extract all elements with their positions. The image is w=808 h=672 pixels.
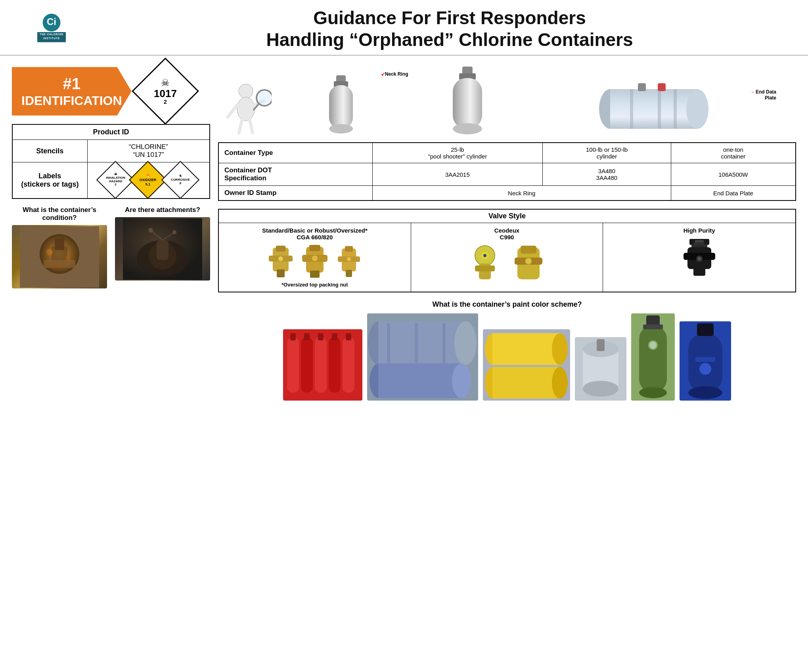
valve-col-ceodeux: Ceodeux C990 <box>411 223 603 292</box>
id-badge: #1 IDENTIFICATION <box>12 67 132 115</box>
svg-point-11 <box>65 256 70 260</box>
svg-text:THE CHLORINE: THE CHLORINE <box>40 33 64 36</box>
svg-rect-41 <box>630 89 633 129</box>
valve-section: Valve Style Standard/Basic or Robust/Ove… <box>218 209 796 292</box>
attachments-question: Are there attachments? <box>115 206 210 214</box>
svg-point-20 <box>172 230 176 234</box>
svg-rect-59 <box>346 270 352 277</box>
paint-photos-row <box>218 313 796 402</box>
valve-standard-sub: *Oversized top packing nut <box>223 282 407 288</box>
paint-section: What is the container’s paint color sche… <box>218 300 796 402</box>
owner-id-end-plate: End Data Plate <box>671 186 796 201</box>
svg-point-118 <box>649 342 657 349</box>
svg-rect-105 <box>492 367 560 399</box>
valve-standard-images <box>223 244 407 279</box>
container-type-100lb: 100-lb or 150-lb cylinder <box>543 143 671 163</box>
svg-point-50 <box>278 256 283 261</box>
svg-rect-122 <box>697 323 714 336</box>
paint-title: What is the container’s paint color sche… <box>218 300 796 309</box>
svg-rect-98 <box>378 363 461 398</box>
owner-id-neck-ring: Neck Ring <box>372 186 671 201</box>
svg-rect-87 <box>318 333 324 340</box>
svg-point-99 <box>452 363 471 398</box>
svg-rect-36 <box>453 78 482 129</box>
logo-area: Ci THE CHLORINE INSTITUTE <box>8 13 95 45</box>
condition-section: What is the container’s condition? <box>12 206 210 288</box>
attachments-photo <box>115 217 210 281</box>
svg-point-19 <box>148 228 153 233</box>
svg-rect-89 <box>346 333 351 340</box>
container-type-ton: one-toncontainer <box>671 143 796 163</box>
svg-rect-74 <box>693 268 705 276</box>
svg-rect-75 <box>694 242 705 245</box>
condition-photo <box>12 225 107 288</box>
svg-point-37 <box>453 123 482 134</box>
svg-point-12 <box>56 264 59 268</box>
svg-rect-45 <box>658 83 666 91</box>
svg-line-28 <box>239 120 242 133</box>
svg-rect-92 <box>378 321 465 365</box>
condition-question: What is the container’s condition? <box>12 206 107 222</box>
badge-number: #1 <box>21 74 122 93</box>
owner-id-label: Owner ID Stamp <box>218 186 372 201</box>
svg-rect-8 <box>44 260 75 268</box>
id-section: #1 IDENTIFICATION ☠ 1017 2 <box>12 65 210 117</box>
page-title: Guidance For First Responders Handling “… <box>107 7 792 51</box>
badge-text: IDENTIFICATION <box>21 93 122 108</box>
svg-rect-95 <box>415 323 418 363</box>
svg-rect-54 <box>310 271 320 278</box>
valve-highpurity-images <box>607 237 791 277</box>
skull-icon: ☠ <box>154 77 177 88</box>
dot-spec-25lb: 3AA2015 <box>372 163 543 186</box>
svg-point-40 <box>686 89 708 129</box>
svg-point-33 <box>329 124 353 134</box>
magnifier-figure <box>218 81 274 138</box>
svg-point-21 <box>239 84 253 98</box>
svg-rect-84 <box>343 337 354 393</box>
svg-point-69 <box>525 258 532 264</box>
svg-text:Ci: Ci <box>47 17 56 27</box>
svg-point-55 <box>312 256 318 261</box>
svg-rect-39 <box>610 89 697 129</box>
ci-logo: Ci THE CHLORINE INSTITUTE <box>36 13 67 45</box>
svg-rect-80 <box>287 337 299 393</box>
page-header: Ci THE CHLORINE INSTITUTE Guidance For F… <box>0 0 808 56</box>
paint-blue-small <box>680 321 731 402</box>
oxidizer-placard: 🔥OXIDIZER5.1 <box>134 166 163 195</box>
paint-grey-small <box>575 337 626 402</box>
valve-section-header: Valve Style <box>219 210 795 223</box>
svg-rect-94 <box>387 323 390 363</box>
svg-point-65 <box>483 254 486 257</box>
svg-rect-83 <box>329 337 341 393</box>
svg-point-26 <box>258 92 271 104</box>
svg-point-22 <box>237 97 255 121</box>
svg-rect-76 <box>695 240 704 242</box>
mini-placards: ☠INHALATIONHAZARD2 🔥OXIDIZER5.1 <box>92 166 205 195</box>
body-grid: #1 IDENTIFICATION ☠ 1017 2 Product ID <box>0 56 808 402</box>
labels-label: Labels (stickers or tags) <box>12 162 87 199</box>
un-class: 2 <box>154 99 177 105</box>
stencils-label: Stencils <box>12 140 87 162</box>
svg-rect-88 <box>332 333 337 340</box>
svg-rect-86 <box>304 333 310 340</box>
svg-rect-85 <box>290 333 296 340</box>
cylinder-100lb-img <box>408 65 527 138</box>
svg-rect-102 <box>492 333 560 365</box>
svg-point-110 <box>583 381 618 397</box>
valve-ceodeux-images <box>415 244 599 283</box>
container-type-25lb: 25-lb "pool shooter" cylinder <box>372 143 543 163</box>
cylinder-25lb-img: ↙Neck Ring <box>281 73 400 138</box>
end-data-plate-annotation: ←End Data Plate <box>751 89 776 101</box>
svg-line-23 <box>228 105 237 117</box>
svg-rect-82 <box>315 337 327 393</box>
svg-rect-9 <box>55 238 64 250</box>
left-column: #1 IDENTIFICATION ☠ 1017 2 Product ID <box>12 65 218 402</box>
svg-point-121 <box>688 386 722 399</box>
svg-rect-124 <box>695 357 715 362</box>
valve-ceodeux-header: Ceodeux C990 <box>415 227 599 241</box>
valve-standard-header: Standard/Basic or Robust/Oversized* CGA … <box>223 227 407 241</box>
svg-point-10 <box>46 249 53 255</box>
svg-point-106 <box>552 367 568 399</box>
labels-placards-cell: ☠INHALATIONHAZARD2 🔥OXIDIZER5.1 <box>87 162 210 199</box>
paint-red-cylinders <box>283 329 362 402</box>
